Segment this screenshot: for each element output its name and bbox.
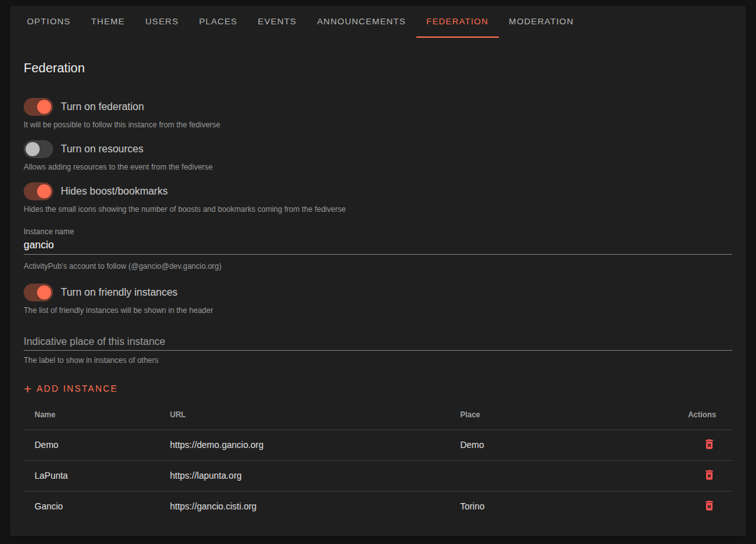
resources-toggle-row: Turn on resources — [24, 140, 732, 158]
tab-moderation[interactable]: MODERATION — [499, 6, 585, 38]
tab-federation[interactable]: FEDERATION — [416, 6, 499, 38]
trash-delete-icon — [703, 499, 716, 512]
friendly-toggle-row: Turn on friendly instances — [24, 284, 732, 301]
column-header-url: URL — [159, 400, 450, 429]
friendly-instances-section: Turn on friendly instances The list of f… — [24, 284, 732, 315]
table-row: Gancio https://gancio.cisti.org Torino — [24, 491, 732, 522]
toggle-knob — [37, 100, 51, 114]
plus-icon: + — [24, 382, 31, 396]
table-header-row: Name URL Place Actions — [24, 400, 732, 429]
instance-name-input[interactable] — [24, 239, 732, 255]
toggle-knob — [37, 285, 51, 300]
page-title: Federation — [24, 59, 732, 77]
hide-boosts-toggle-row: Hides boost/bookmarks — [24, 182, 732, 200]
delete-instance-button[interactable] — [703, 468, 716, 481]
hide-boosts-toggle-hint: Hides the small icons showing the number… — [24, 205, 732, 214]
federation-toggle-label: Turn on federation — [61, 101, 144, 113]
toggle-knob — [37, 184, 51, 198]
instance-place-hint: The label to show in instances of others — [24, 356, 732, 365]
federation-toggle-hint: It will be possible to follow this insta… — [24, 120, 732, 129]
cell-place — [449, 460, 677, 491]
resources-toggle[interactable] — [24, 140, 53, 158]
hide-boosts-toggle[interactable] — [24, 182, 53, 200]
cell-name: LaPunta — [24, 460, 159, 491]
cell-url: https://demo.gancio.org — [159, 429, 450, 460]
trash-delete-icon — [703, 438, 716, 451]
tab-options[interactable]: OPTIONS — [17, 6, 81, 38]
friendly-instances-toggle[interactable] — [24, 284, 53, 301]
column-header-name: Name — [24, 400, 159, 429]
trash-delete-icon — [703, 468, 716, 481]
admin-panel-card: OPTIONS THEME USERS PLACES EVENTS ANNOUN… — [10, 6, 746, 536]
cell-name: Demo — [24, 429, 159, 460]
admin-tabbar: OPTIONS THEME USERS PLACES EVENTS ANNOUN… — [10, 6, 746, 38]
tab-places[interactable]: PLACES — [189, 6, 248, 38]
cell-place: Demo — [449, 429, 677, 460]
resources-toggle-hint: Allows adding resources to the event fro… — [24, 163, 732, 172]
tab-announcements[interactable]: ANNOUNCEMENTS — [307, 6, 416, 38]
tab-events[interactable]: EVENTS — [248, 6, 307, 38]
delete-instance-button[interactable] — [703, 499, 716, 512]
add-instance-button[interactable]: + ADD INSTANCE — [24, 380, 123, 397]
federation-toggle-row: Turn on federation — [24, 98, 732, 116]
tab-users[interactable]: USERS — [135, 6, 189, 38]
instance-place-field: The label to show in instances of others — [24, 335, 732, 365]
friendly-toggle-label: Turn on friendly instances — [61, 287, 178, 298]
tab-theme[interactable]: THEME — [81, 6, 135, 38]
delete-instance-button[interactable] — [703, 438, 716, 451]
instance-place-input[interactable] — [24, 335, 732, 351]
table-row: LaPunta https://lapunta.org — [24, 460, 732, 491]
table-row: Demo https://demo.gancio.org Demo — [24, 429, 732, 460]
add-instance-button-label: ADD INSTANCE — [36, 383, 118, 394]
cell-name: Gancio — [24, 491, 159, 522]
column-header-place: Place — [449, 400, 677, 429]
instances-table: Name URL Place Actions Demo https://demo… — [24, 400, 732, 522]
resources-toggle-label: Turn on resources — [61, 143, 143, 155]
toggle-knob — [26, 142, 40, 156]
cell-url: https://gancio.cisti.org — [159, 491, 450, 522]
federation-toggle[interactable] — [24, 98, 53, 116]
cell-url: https://lapunta.org — [159, 460, 450, 491]
column-header-actions: Actions — [677, 400, 732, 429]
cell-place: Torino — [449, 491, 677, 522]
federation-settings-panel: Federation Turn on federation It will be… — [10, 59, 746, 522]
instance-name-hint: ActivityPub's account to follow (@gancio… — [24, 262, 732, 271]
instance-name-label: Instance name — [24, 227, 74, 236]
friendly-toggle-hint: The list of friendly instances will be s… — [24, 306, 732, 315]
instance-name-field: Instance name ActivityPub's account to f… — [24, 225, 732, 271]
hide-boosts-toggle-label: Hides boost/bookmarks — [61, 186, 168, 197]
